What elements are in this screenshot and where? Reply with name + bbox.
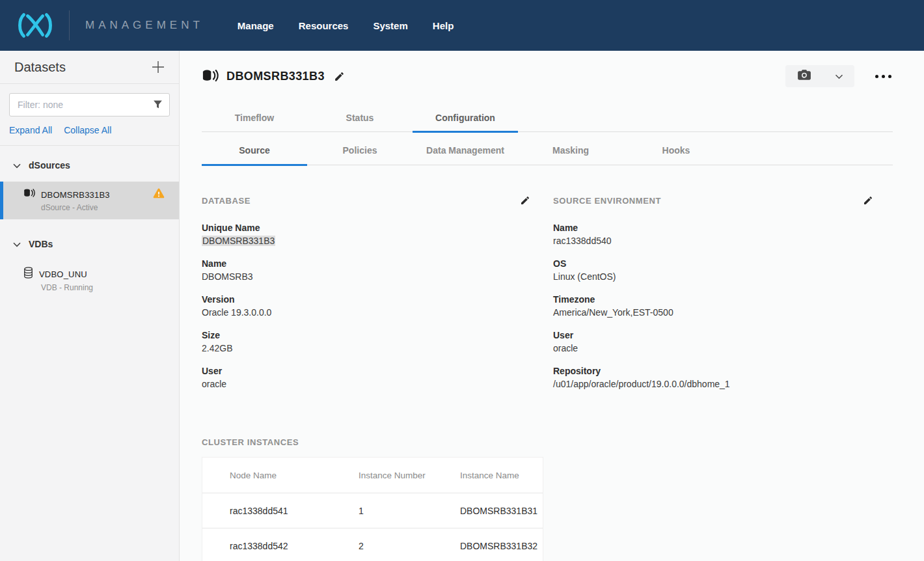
field-label: Size xyxy=(202,329,530,342)
tree-group-label: VDBs xyxy=(29,239,53,249)
source-environment-section: SOURCE ENVIRONMENT Name rac1338dd540 OS xyxy=(553,195,893,401)
more-actions-button[interactable] xyxy=(874,71,893,82)
cell-instance-name: DBOMSRB331B31 xyxy=(433,506,543,516)
dataset-name: VDBO_UNU xyxy=(39,269,87,279)
tree-controls: Expand All Collapse All xyxy=(9,125,170,135)
secondary-tabs: Source Policies Data Management Masking … xyxy=(202,132,893,165)
tab-data-management[interactable]: Data Management xyxy=(413,132,518,165)
table-row: rac1338dd541 1 DBOMSRB331B31 xyxy=(202,493,543,528)
top-nav: Manage Resources System Help xyxy=(238,20,454,31)
field-label: Version xyxy=(202,294,530,306)
edit-source-environment-button[interactable] xyxy=(863,195,873,206)
chevron-down-icon[interactable] xyxy=(835,70,843,82)
field-value: DBOMSRB3 xyxy=(202,271,530,283)
brand-label: MANAGEMENT xyxy=(85,19,204,32)
field-env-user: User oracle xyxy=(553,329,873,355)
cluster-instances-table: Node Name Instance Number Instance Name … xyxy=(202,457,543,561)
field-value: rac1338dd540 xyxy=(553,235,873,247)
camera-icon xyxy=(797,69,811,83)
brand-divider xyxy=(69,10,70,40)
field-unique-name: Unique Name DBOMSRB331B3 xyxy=(202,222,530,247)
field-env-name: Name rac1338dd540 xyxy=(553,222,873,247)
field-repository: Repository /u01/app/oracle/product/19.0.… xyxy=(553,365,873,390)
field-label: Name xyxy=(553,222,873,234)
tree-group-dsources[interactable]: dSources xyxy=(0,150,179,179)
nav-help[interactable]: Help xyxy=(433,20,454,31)
field-size: Size 2.42GB xyxy=(202,329,530,355)
tree-group-label: dSources xyxy=(29,160,70,171)
database-heading: DATABASE xyxy=(202,196,251,206)
cluster-instances-heading: CLUSTER INSTANCES xyxy=(202,437,299,447)
source-environment-heading: SOURCE ENVIRONMENT xyxy=(553,196,661,206)
datasets-tree: dSources DBOMSRB331B3 xyxy=(0,146,179,299)
tab-masking[interactable]: Masking xyxy=(518,132,623,165)
field-value: /u01/app/oracle/product/19.0.0.0/dbhome_… xyxy=(553,378,873,390)
field-value: Linux (CentOS) xyxy=(553,271,873,283)
nav-system[interactable]: System xyxy=(373,20,407,31)
dataset-name: DBOMSRB331B3 xyxy=(41,190,110,200)
selected-indicator xyxy=(0,182,3,219)
field-version: Version Oracle 19.3.0.0.0 xyxy=(202,294,530,319)
table-row: rac1338dd542 2 DBOMSRB331B32 xyxy=(202,528,543,561)
field-label: User xyxy=(553,329,873,342)
delphix-logo[interactable] xyxy=(17,12,53,39)
filter-input[interactable] xyxy=(9,93,170,116)
field-user: User oracle xyxy=(202,365,530,390)
snapshot-button[interactable] xyxy=(785,65,854,87)
column-header-node-name: Node Name xyxy=(202,471,331,480)
title-actions xyxy=(785,65,893,87)
dsource-icon xyxy=(202,70,219,83)
field-label: User xyxy=(202,365,530,377)
field-value: oracle xyxy=(553,342,873,355)
sidebar-title: Datasets xyxy=(14,60,66,75)
warning-triangle-icon xyxy=(153,188,165,201)
tab-status[interactable]: Status xyxy=(307,105,413,131)
detail-columns: DATABASE Unique Name DBOMSRB331B3 Name xyxy=(202,195,893,401)
field-label: Name xyxy=(202,258,530,270)
field-label: Unique Name xyxy=(202,222,530,234)
collapse-all-link[interactable]: Collapse All xyxy=(64,125,111,135)
primary-tabs: Timeflow Status Configuration xyxy=(202,105,893,132)
field-value: 2.42GB xyxy=(202,342,530,355)
nav-resources[interactable]: Resources xyxy=(299,20,349,31)
field-value: America/New_York,EST-0500 xyxy=(553,307,873,319)
field-label: Timezone xyxy=(553,294,873,306)
database-icon xyxy=(23,267,33,281)
edit-database-button[interactable] xyxy=(520,195,530,206)
column-header-instance-name: Instance Name xyxy=(433,471,543,480)
tab-hooks[interactable]: Hooks xyxy=(623,132,729,165)
cell-instance-number: 2 xyxy=(331,541,433,551)
field-label: OS xyxy=(553,258,873,270)
nav-manage[interactable]: Manage xyxy=(238,20,274,31)
page-title: DBOMSRB331B3 xyxy=(226,70,325,83)
tab-source[interactable]: Source xyxy=(202,132,307,165)
tab-timeflow[interactable]: Timeflow xyxy=(202,105,307,131)
filter-row xyxy=(9,93,170,116)
dataset-status: VDB - Running xyxy=(41,283,169,292)
sidebar-item-vdbo-unu[interactable]: VDBO_UNU VDB - Running xyxy=(0,260,179,299)
tree-group-vdbs[interactable]: VDBs xyxy=(0,228,179,258)
funnel-icon[interactable] xyxy=(153,100,163,112)
cell-instance-name: DBOMSRB331B32 xyxy=(433,541,543,551)
cell-node-name: rac1338dd541 xyxy=(202,506,331,516)
field-os: OS Linux (CentOS) xyxy=(553,258,873,283)
table-header-row: Node Name Instance Number Instance Name xyxy=(202,458,543,493)
dataset-status: dSource - Active xyxy=(41,203,169,212)
cluster-instances-section: CLUSTER INSTANCES Node Name Instance Num… xyxy=(202,436,893,561)
field-value: Oracle 19.3.0.0.0 xyxy=(202,307,530,319)
chevron-down-icon xyxy=(13,159,21,171)
sidebar-header: Datasets xyxy=(0,51,179,84)
title-row: DBOMSRB331B3 xyxy=(202,65,893,87)
main-content: DBOMSRB331B3 xyxy=(180,51,924,561)
edit-title-button[interactable] xyxy=(334,71,345,82)
expand-all-link[interactable]: Expand All xyxy=(9,125,52,135)
tab-configuration[interactable]: Configuration xyxy=(413,105,518,131)
field-value: oracle xyxy=(202,378,530,390)
field-value: DBOMSRB331B3 xyxy=(202,236,275,246)
chevron-down-icon xyxy=(13,238,21,250)
add-dataset-button[interactable] xyxy=(150,59,166,75)
cell-instance-number: 1 xyxy=(331,506,433,516)
tab-policies[interactable]: Policies xyxy=(307,132,413,165)
sidebar-item-dbomsrb331b3[interactable]: DBOMSRB331B3 dSource - Active xyxy=(0,182,179,219)
column-header-instance-number: Instance Number xyxy=(331,471,433,480)
